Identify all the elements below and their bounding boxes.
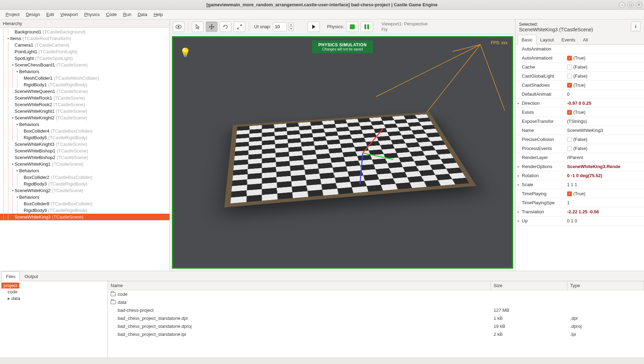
tree-item-rigidbody9[interactable]: RigidBody9(TCastleRigidBody): [0, 207, 170, 214]
tree-item-boxcollider4[interactable]: BoxCollider4(TCastleBoxCollider): [0, 128, 170, 134]
tree-item-scenewhiteknight3[interactable]: SceneWhiteKnight3(TCastleScene): [0, 141, 170, 148]
menu-project[interactable]: Project: [3, 10, 22, 18]
scale-tool-button[interactable]: [234, 22, 245, 32]
bottom-tab-files[interactable]: Files: [1, 271, 20, 281]
file-tree[interactable]: projectcode▸ data: [0, 281, 108, 358]
prop-defaultanimati[interactable]: DefaultAnimati0: [516, 90, 644, 99]
info-button[interactable]: i: [631, 22, 641, 31]
prop-castshadows[interactable]: CastShadows(True): [516, 81, 644, 90]
tree-item-scenewhiteking3[interactable]: ▾SceneWhiteKing3(TCastleScene): [0, 214, 170, 220]
checkbox-icon[interactable]: [567, 65, 572, 70]
uisnap-down[interactable]: ▾: [289, 27, 293, 31]
menu-design[interactable]: Design: [23, 10, 42, 18]
tree-item-background1[interactable]: Background1(TCastleBackground): [0, 29, 170, 35]
menu-data[interactable]: Data: [135, 10, 150, 18]
tree-item-behaviors[interactable]: ▾Behaviors: [0, 194, 170, 200]
checkbox-icon[interactable]: [567, 110, 572, 115]
prop-cache[interactable]: Cache(False): [516, 63, 644, 72]
prop-precisecollision[interactable]: PreciseCollision(False): [516, 135, 644, 144]
tree-item-behaviors[interactable]: ▾Behaviors: [0, 167, 170, 174]
checkbox-icon[interactable]: [567, 146, 572, 151]
physics-pause-button[interactable]: [361, 22, 373, 32]
uisnap-input[interactable]: [273, 22, 287, 31]
tree-item-rigidbody1[interactable]: RigidBody1(TCastleRigidBody): [0, 81, 170, 88]
move-tool-button[interactable]: [206, 22, 218, 32]
checkbox-icon[interactable]: [567, 83, 572, 88]
file-row[interactable]: bad_chess_project_standalone.lpi2 kB.lpi: [108, 330, 644, 338]
prop-rotation[interactable]: ▸Rotation0 -1 0 deg(75.52): [516, 171, 644, 180]
file-row[interactable]: bad-chess-project127 MB: [108, 306, 644, 314]
prop-exists[interactable]: Exists(True): [516, 108, 644, 117]
tree-item-items[interactable]: ▾Items(TCastleRootTransform): [0, 35, 170, 42]
maximize-button[interactable]: ◻: [627, 2, 634, 8]
tree-item-scenewhiterook1[interactable]: SceneWhiteRook1(TCastleScene): [0, 95, 170, 101]
inspector-tab-events[interactable]: Events: [558, 35, 579, 45]
physics-stop-button[interactable]: [346, 22, 359, 32]
prop-scale[interactable]: ▸Scale1 1 1: [516, 180, 644, 189]
menu-run[interactable]: Run: [120, 10, 134, 18]
viewport-3d[interactable]: PHYSICS SIMULATION Changes will not be s…: [172, 36, 513, 269]
checkbox-icon[interactable]: [567, 74, 572, 79]
play-button[interactable]: [307, 22, 320, 32]
select-tool-button[interactable]: [192, 22, 204, 32]
menu-physics[interactable]: Physics: [81, 10, 103, 18]
close-button[interactable]: ✕: [636, 2, 642, 8]
inspector-tab-layout[interactable]: Layout: [536, 35, 558, 45]
menu-code[interactable]: Code: [103, 10, 120, 18]
tree-item-scenewhiterook2[interactable]: SceneWhiteRook2(TCastleScene): [0, 101, 170, 108]
prop-renderoptions[interactable]: ▸RenderOptionsSceneWhiteKing3.Rende: [516, 162, 644, 171]
checkbox-icon[interactable]: [567, 191, 572, 196]
transform-gizmo[interactable]: [363, 152, 363, 153]
tree-item-meshcollider1[interactable]: MeshCollider1(TCastleMeshCollider): [0, 75, 170, 81]
tree-item-scenewhitebishop1[interactable]: SceneWhiteBishop1(TCastleScene): [0, 148, 170, 154]
bottom-tab-output[interactable]: Output: [20, 271, 42, 281]
tree-item-scenewhiteking1[interactable]: ▾SceneWhiteKing1(TCastleScene): [0, 161, 170, 167]
checkbox-icon[interactable]: [567, 56, 572, 61]
file-row[interactable]: bad_chess_project_standalone.dproj19 kB.…: [108, 322, 644, 330]
file-list[interactable]: Name Size Type codedatabad-chess-project…: [108, 281, 644, 358]
filetree-data[interactable]: ▸ data: [6, 295, 106, 302]
tree-item-scenewhiteking2[interactable]: ▾SceneWhiteKing2(TCastleScene): [0, 187, 170, 194]
toggle-visibility-button[interactable]: [173, 22, 184, 32]
file-row[interactable]: data: [108, 298, 644, 306]
tree-item-behaviors[interactable]: ▾Behaviors: [0, 68, 170, 75]
tree-item-rigidbody3[interactable]: RigidBody3(TCastleRigidBody): [0, 181, 170, 187]
tree-item-scenewhiteknight2[interactable]: ▾SceneWhiteKnight2(TCastleScene): [0, 114, 170, 121]
prop-renderlayer[interactable]: RenderLayerrlParent: [516, 153, 644, 162]
rotate-tool-button[interactable]: [220, 22, 231, 32]
menu-help[interactable]: Help: [151, 10, 166, 18]
prop-translation[interactable]: ▸Translation-2.22 1.25 -0.56: [516, 207, 644, 216]
tree-item-scenewhitequeen1[interactable]: SceneWhiteQueen1(TCastleScene): [0, 88, 170, 95]
hierarchy-tree[interactable]: Background1(TCastleBackground)▾Items(TCa…: [0, 28, 170, 271]
file-row[interactable]: code: [108, 290, 644, 298]
prop-name[interactable]: NameSceneWhiteKing3: [516, 126, 644, 135]
prop-direction[interactable]: ▸Direction-0.97 0 0.25: [516, 99, 644, 108]
property-grid[interactable]: AutoAnimationAutoAnimationI(True)Cache(F…: [516, 45, 644, 271]
inspector-tab-all[interactable]: All: [579, 35, 592, 45]
filetree-code[interactable]: code: [6, 288, 106, 295]
inspector-tab-basic[interactable]: Basic: [518, 35, 536, 45]
minimize-button[interactable]: –: [619, 2, 625, 8]
menu-viewport[interactable]: Viewport: [57, 10, 80, 18]
prop-processevents[interactable]: ProcessEvents(False): [516, 144, 644, 153]
tree-item-scenewhitebishop2[interactable]: SceneWhiteBishop2(TCastleScene): [0, 154, 170, 161]
tree-item-scenewhiteknight1[interactable]: SceneWhiteKnight1(TCastleScene): [0, 108, 170, 114]
tree-item-boxcollider2[interactable]: BoxCollider2(TCastleBoxCollider): [0, 174, 170, 181]
prop-timeplaying[interactable]: TimePlaying(True): [516, 189, 644, 198]
tree-item-scenechessboard1[interactable]: ▾SceneChessBoard1(TCastleScene): [0, 62, 170, 68]
uisnap-up[interactable]: ▴: [289, 23, 293, 27]
tree-item-behaviors[interactable]: ▾Behaviors: [0, 121, 170, 128]
checkbox-icon[interactable]: [567, 137, 572, 142]
filetree-project[interactable]: project: [1, 283, 19, 288]
tree-item-spotlight[interactable]: SpotLight(TCastleSpotLight): [0, 55, 170, 62]
prop-autoanimationi[interactable]: AutoAnimationI(True): [516, 54, 644, 63]
tree-item-pointlight1[interactable]: PointLight1(TCastlePointLight): [0, 48, 170, 55]
file-row[interactable]: bad_chess_project_standalone.dpr1 kB.dpr: [108, 314, 644, 322]
prop-timeplayingspe[interactable]: TimePlayingSpe1: [516, 198, 644, 207]
prop-autoanimation[interactable]: AutoAnimation: [516, 45, 644, 54]
tree-item-rigidbody5[interactable]: RigidBody5(TCastleRigidBody): [0, 134, 170, 141]
tree-item-boxcollider8[interactable]: BoxCollider8(TCastleBoxCollider): [0, 200, 170, 207]
tree-item-camera1[interactable]: Camera1(TCastleCamera): [0, 42, 170, 48]
menu-edit[interactable]: Edit: [44, 10, 57, 18]
prop-exposetransfor[interactable]: ExposeTransfor(TStrings): [516, 117, 644, 126]
